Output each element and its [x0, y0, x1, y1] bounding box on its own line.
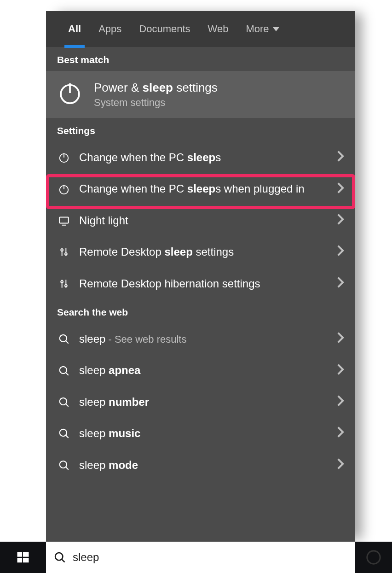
power-icon [57, 80, 83, 109]
svg-rect-29 [23, 558, 29, 562]
svg-rect-26 [17, 552, 23, 557]
svg-point-16 [60, 335, 67, 342]
chevron-down-icon [273, 27, 279, 31]
start-search-panel: All Apps Documents Web More Best match P… [46, 11, 355, 542]
tab-more[interactable]: More [246, 11, 279, 47]
result-label: sleep music [79, 426, 329, 441]
svg-point-20 [60, 398, 67, 405]
result-label: Change when the PC sleeps [79, 150, 329, 165]
settings-result-1[interactable]: Change when the PC sleeps when plugged i… [46, 173, 355, 205]
search-icon [57, 459, 71, 471]
svg-point-24 [60, 461, 67, 468]
tab-more-label: More [246, 23, 269, 35]
svg-point-18 [60, 366, 67, 373]
power-icon [57, 183, 71, 195]
best-match-text: Power & sleep settings System settings [94, 81, 218, 109]
sliders-icon [57, 278, 71, 290]
search-icon [53, 551, 66, 564]
svg-point-15 [65, 285, 67, 287]
result-label: sleep apnea [79, 363, 329, 378]
result-label: sleep mode [79, 458, 329, 473]
tab-all[interactable]: All [68, 11, 81, 47]
tab-web[interactable]: Web [208, 11, 229, 47]
result-label: sleep - See web results [79, 332, 329, 346]
result-label: Remote Desktop hibernation settings [79, 276, 329, 291]
cortana-button[interactable] [355, 542, 392, 573]
search-tabs: All Apps Documents Web More [46, 11, 355, 47]
chevron-right-icon [337, 332, 344, 346]
chevron-right-icon [337, 182, 344, 197]
monitor-icon [57, 215, 71, 227]
search-icon [57, 396, 71, 408]
tab-documents[interactable]: Documents [139, 11, 190, 47]
svg-rect-6 [59, 217, 69, 223]
chevron-right-icon [337, 363, 344, 378]
taskbar [0, 542, 392, 573]
heading-search-web: Search the web [46, 299, 355, 323]
search-icon [57, 365, 71, 377]
svg-line-31 [62, 559, 64, 562]
windows-logo-icon [16, 550, 30, 564]
svg-point-9 [61, 249, 63, 251]
result-label: Remote Desktop sleep settings [79, 245, 329, 259]
svg-line-17 [66, 341, 69, 344]
web-result-4[interactable]: sleep mode [46, 450, 355, 481]
web-result-3[interactable]: sleep music [46, 418, 355, 449]
taskbar-search[interactable] [46, 542, 355, 573]
best-title-bold: sleep [143, 81, 173, 94]
svg-line-25 [66, 467, 69, 469]
search-input[interactable] [73, 551, 348, 564]
tab-apps[interactable]: Apps [98, 11, 121, 47]
search-icon [57, 333, 71, 345]
chevron-right-icon [337, 276, 344, 291]
start-button[interactable] [0, 542, 46, 573]
chevron-right-icon [337, 458, 344, 473]
search-icon [57, 427, 71, 439]
settings-result-0[interactable]: Change when the PC sleeps [46, 142, 355, 173]
result-label: Night light [79, 213, 329, 228]
svg-line-19 [66, 372, 69, 375]
heading-best-match: Best match [46, 47, 355, 71]
svg-rect-28 [17, 558, 23, 562]
result-best-match[interactable]: Power & sleep settings System settings [46, 71, 355, 118]
chevron-right-icon [337, 150, 344, 165]
svg-point-30 [55, 553, 63, 560]
settings-result-3[interactable]: Remote Desktop sleep settings [46, 236, 355, 268]
best-match-subtitle: System settings [94, 97, 218, 109]
heading-settings: Settings [46, 118, 355, 142]
svg-point-32 [367, 551, 380, 564]
cortana-icon [366, 550, 381, 565]
sliders-icon [57, 246, 71, 258]
best-title-prefix: Power & [94, 81, 143, 94]
chevron-right-icon [337, 395, 344, 409]
result-label: Change when the PC sleeps when plugged i… [79, 181, 329, 196]
svg-rect-27 [23, 552, 29, 557]
svg-point-22 [60, 429, 67, 436]
svg-line-23 [66, 435, 69, 438]
settings-result-4[interactable]: Remote Desktop hibernation settings [46, 268, 355, 299]
web-result-2[interactable]: sleep number [46, 386, 355, 418]
web-result-0[interactable]: sleep - See web results [46, 323, 355, 355]
result-label: sleep number [79, 395, 329, 409]
settings-results: Change when the PC sleepsChange when the… [46, 142, 355, 299]
web-result-1[interactable]: sleep apnea [46, 355, 355, 386]
power-icon [57, 152, 71, 164]
settings-result-2[interactable]: Night light [46, 205, 355, 236]
svg-line-21 [66, 404, 69, 407]
web-results: sleep - See web resultssleep apneasleep … [46, 323, 355, 481]
best-title-suffix: settings [173, 81, 218, 94]
chevron-right-icon [337, 245, 344, 259]
svg-point-13 [61, 281, 63, 283]
svg-point-11 [65, 253, 67, 255]
chevron-right-icon [337, 213, 344, 228]
chevron-right-icon [337, 426, 344, 441]
